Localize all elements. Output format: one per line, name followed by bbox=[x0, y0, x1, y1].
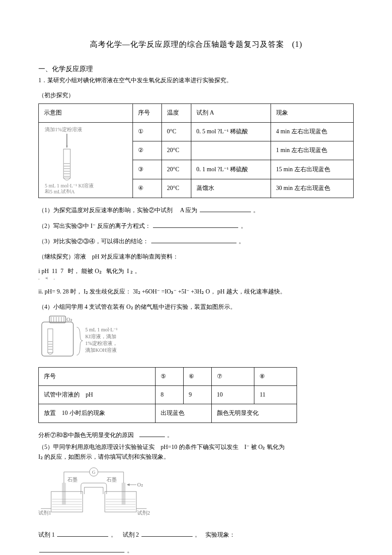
table-row: 放置 10 小时后的现象 出现蓝色 颜色无明显变化 bbox=[39, 404, 297, 423]
blank-q3 bbox=[151, 237, 236, 243]
subquestion-4: （4）小组同学用 4 支试管在装有 O₂ 的储气瓶中进行实验，装置如图所示。 bbox=[38, 302, 354, 312]
cell-idx: ④ bbox=[133, 179, 162, 198]
analysis-pre: 分析⑦和⑧中颜色无明显变化的原因 bbox=[38, 432, 134, 438]
subquestion-3: （3）对比实验②③④，可以得出的结论： 。 bbox=[38, 237, 354, 246]
q3-pre: （3）对比实验②③④，可以得出的结论： bbox=[38, 238, 149, 244]
note-i-shi: 时， bbox=[68, 268, 80, 274]
fill-obs-blank-line: 。 bbox=[38, 546, 354, 555]
diagram-text-2: 5 mL 1 mol·L⁻¹ KI溶液 bbox=[45, 183, 94, 189]
reagent2-label: 试剂2 bbox=[137, 510, 150, 516]
cell-obs-left: 出现蓝色 bbox=[156, 404, 212, 423]
fill-obs: 实验现象： bbox=[205, 532, 235, 538]
blank-r1 bbox=[57, 530, 108, 537]
dot3: 。 bbox=[127, 547, 133, 554]
svg-marker-30 bbox=[127, 483, 130, 486]
gas-bottle-diagram: O₂ 5 mL 1 mol·L⁻¹ KI溶液，滴加 1%淀粉溶液， 滴加KOH溶… bbox=[38, 314, 149, 361]
q5-a: （5）甲同学利用原电池原理设计实验验证实 bbox=[38, 444, 155, 450]
q1-pre: （1）为探究温度对反应速率的影响，实验②中试剂 bbox=[38, 207, 173, 213]
cell: 11 bbox=[254, 386, 297, 404]
electrochemical-cell-diagram: G 石墨 石墨 O₂ 试剂1 试剂2 bbox=[38, 466, 158, 521]
diagram-text-1: 滴加1%淀粉溶液 bbox=[45, 127, 82, 132]
q2-pre: （2）写出实验③中 I⁻ 反应的离子方程式： bbox=[38, 223, 151, 229]
cell-idx: ② bbox=[133, 141, 162, 160]
cell-obs: 1 min 左右出现蓝色 bbox=[271, 141, 353, 160]
table-header-row: 示意图 序号 温度 试剂 A 现象 bbox=[39, 104, 354, 122]
cell: ⑥ bbox=[183, 367, 211, 385]
cell: 8 bbox=[156, 386, 184, 404]
diagram-cell: 滴加1%淀粉溶液 5 mL 1 mol·L⁻¹ KI溶液 和5 mL试剂A bbox=[39, 122, 133, 198]
experiment-table-1: 示意图 序号 温度 试剂 A 现象 滴加1%淀粉溶液 bbox=[38, 104, 354, 198]
col-observation: 现象 bbox=[271, 104, 353, 122]
note-ii: ii. pH= 9. 28 时， I₂ 发生歧化反应： 3I₂ +6OH⁻ =I… bbox=[38, 287, 354, 296]
question-1-stem: 1．某研究小组对碘化钾溶液在空气中发生氧化反应的速率进行实验探究。 bbox=[38, 76, 354, 85]
fig2-line2: KI溶液，滴加 bbox=[85, 334, 116, 339]
subquestion-2: （2）写出实验③中 I⁻ 反应的离子方程式： 。 bbox=[38, 221, 354, 231]
cell: 10 bbox=[211, 386, 254, 404]
note-i-7: 7 bbox=[61, 268, 63, 274]
cell-obs-right: 颜色无明显变化 bbox=[211, 404, 297, 423]
cell-reagent: 0. 5 mol ?L⁻¹ 稀硫酸 bbox=[191, 122, 271, 141]
col-reagent: 试剂 A bbox=[191, 104, 271, 122]
o2-inlet: O₂ bbox=[137, 482, 143, 488]
svg-marker-1 bbox=[66, 146, 68, 148]
svg-rect-9 bbox=[42, 322, 73, 356]
subquestion-5: （5）甲同学利用原电池原理设计实验验证实 pH=10 的条件下确实可以发生 I⁻… bbox=[38, 443, 354, 462]
graphite-left: 石墨 bbox=[67, 477, 78, 483]
page-title: 高考化学—化学反应原理的综合压轴题专题复习及答案 (1) bbox=[38, 38, 354, 51]
q3-post: 。 bbox=[239, 238, 245, 244]
q5-b: pH=10 的条件下确实可以发生 bbox=[161, 444, 239, 450]
blank-q2 bbox=[153, 221, 238, 228]
continue-label: （继续探究）溶液 pH 对反应速率的影响查阅资料： bbox=[38, 252, 354, 262]
o2-label: O₂ bbox=[66, 316, 72, 322]
experiment-table-2: 序号 ⑤ ⑥ ⑦ ⑧ 试管中溶液的 pH 8 9 10 11 放置 10 小时后… bbox=[38, 367, 297, 423]
blank-obs bbox=[39, 546, 124, 552]
blank-analysis bbox=[139, 431, 165, 437]
note-i-yang: 氧化为 bbox=[106, 268, 124, 274]
table-header-row: 序号 ⑤ ⑥ ⑦ ⑧ bbox=[39, 367, 297, 385]
table-row: 试管中溶液的 pH 8 9 10 11 bbox=[39, 386, 297, 404]
q1-post: 。 bbox=[253, 207, 259, 213]
diagram-1: 滴加1%淀粉溶液 5 mL 1 mol·L⁻¹ KI溶液 和5 mL试剂A bbox=[43, 125, 128, 196]
meter-label: G bbox=[92, 469, 95, 474]
subquestion-1: （1）为探究温度对反应速率的影响，实验②中试剂 A 应为 。 bbox=[38, 206, 354, 215]
q1-A: A 应为 bbox=[180, 207, 198, 213]
cell: 9 bbox=[183, 386, 211, 404]
dot2: 。 bbox=[195, 532, 201, 538]
svg-rect-27 bbox=[62, 483, 66, 504]
dot1: 。 bbox=[111, 532, 117, 538]
diagram-text-3: 和5 mL试剂A bbox=[45, 189, 75, 193]
fig2-line4: 滴加KOH溶液 bbox=[85, 347, 117, 353]
cell-temp: 20°C bbox=[161, 141, 191, 160]
figure-3: G 石墨 石墨 O₂ 试剂1 试剂2 bbox=[38, 466, 354, 524]
cell-temp: 20°C bbox=[161, 160, 191, 179]
initial-investigation-label: （初步探究） bbox=[38, 91, 74, 100]
note-i-dot: 。 bbox=[135, 268, 141, 274]
note-i: i pH 11 7 时， 能被 O₂ 氧化为 I ₂ 。 . ＜ . bbox=[38, 268, 354, 281]
cell: ⑧ bbox=[254, 367, 297, 385]
fig2-line1: 5 mL 1 mol·L⁻¹ bbox=[85, 327, 118, 333]
graphite-right: 石墨 bbox=[107, 477, 117, 483]
col-index: 序号 bbox=[133, 104, 162, 122]
reagent1-label: 试剂1 bbox=[38, 510, 51, 516]
note-i-I2: I ₂ bbox=[127, 268, 133, 274]
note-i-11: 11 bbox=[52, 268, 58, 274]
cell-temp: 20°C bbox=[161, 179, 191, 198]
cell-reagent bbox=[191, 141, 271, 160]
cell: ⑦ bbox=[211, 367, 254, 385]
analysis-line: 分析⑦和⑧中颜色无明显变化的原因 。 bbox=[38, 431, 354, 440]
fill-r2: 试剂 2 bbox=[123, 532, 139, 538]
col-temp: 温度 bbox=[161, 104, 191, 122]
blank-r2 bbox=[141, 530, 193, 537]
col-diagram: 示意图 bbox=[39, 104, 133, 122]
fill-line: 试剂 1 。 试剂 2 。 实验现象： bbox=[38, 530, 354, 540]
table-row: 滴加1%淀粉溶液 5 mL 1 mol·L⁻¹ KI溶液 和5 mL试剂A bbox=[39, 122, 354, 141]
cell-obs: 15 min 左右出现蓝色 bbox=[271, 160, 353, 179]
note-i-lt: ＜ bbox=[44, 275, 49, 280]
analysis-post: 。 bbox=[167, 432, 173, 438]
fill-r1: 试剂 1 bbox=[38, 532, 55, 538]
cell-idx: ① bbox=[133, 122, 162, 141]
cell-idx: ③ bbox=[133, 160, 162, 179]
note-i-neng: 能被 O₂ bbox=[81, 268, 102, 274]
cell-temp: 0°C bbox=[161, 122, 191, 141]
q5-d: I₂ 的反应，如图所示，请你填写试剂和实验现象。 bbox=[38, 454, 170, 460]
